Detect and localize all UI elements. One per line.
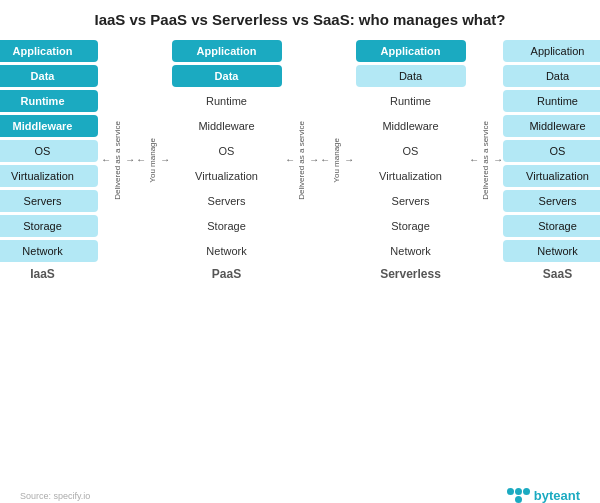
serverless-virtualization: Virtualization <box>356 165 466 187</box>
paas-servers: Servers <box>172 190 282 212</box>
dot-2 <box>515 488 522 495</box>
paas-stack: Application Data Runtime Middleware OS V… <box>172 40 282 262</box>
dot-4 <box>507 496 514 503</box>
serverless-servers: Servers <box>356 190 466 212</box>
paas-left-arrow-down: ↓ <box>159 158 170 163</box>
iaas-right-arrow-up: ↑ <box>100 158 111 163</box>
serverless-delivered: Delivered as a service <box>481 121 490 200</box>
serverless-data: Data <box>356 65 466 87</box>
saas-os: OS <box>503 140 601 162</box>
saas-storage: Storage <box>503 215 601 237</box>
iaas-right-arrow-down: ↓ <box>124 158 135 163</box>
serverless-storage: Storage <box>356 215 466 237</box>
paas-label: PaaS <box>212 267 241 281</box>
serverless-os: OS <box>356 140 466 162</box>
paas-column: Application Data Runtime Middleware OS V… <box>172 40 282 281</box>
dot-6 <box>523 496 530 503</box>
iaas-column: Application Data Runtime Middleware OS V… <box>0 40 98 281</box>
paas-right-arrow-down: ↓ <box>308 158 319 163</box>
page-title: IaaS vs PaaS vs Serverless vs SaaS: who … <box>94 10 505 30</box>
saas-servers: Servers <box>503 190 601 212</box>
iaas-data: Data <box>0 65 98 87</box>
serverless-right-arrow-up: ↑ <box>468 158 479 163</box>
paas-right-label: ↑ Delivered as a service ↓ <box>284 121 319 200</box>
saas-network: Network <box>503 240 601 262</box>
saas-virtualization: Virtualization <box>503 165 601 187</box>
byteant-dots <box>507 488 530 503</box>
iaas-middleware: Middleware <box>0 115 98 137</box>
serverless-application: Application <box>356 40 466 62</box>
serverless-network: Network <box>356 240 466 262</box>
byteant-logo: byteant <box>507 488 580 503</box>
paas-right-arrow-up: ↑ <box>284 158 295 163</box>
paas-runtime: Runtime <box>172 90 282 112</box>
paas-column-wrapper: ↑ You manage ↓ Application Data Runtime … <box>135 40 319 281</box>
serverless-left-arrow-up: ↑ <box>319 158 330 163</box>
saas-column: Application Data Runtime Middleware OS V… <box>503 40 601 281</box>
paas-network: Network <box>172 240 282 262</box>
iaas-network: Network <box>0 240 98 262</box>
iaas-virtualization: Virtualization <box>0 165 98 187</box>
paas-left-arrow-up: ↑ <box>135 158 146 163</box>
serverless-left-label: ↑ You manage ↓ <box>319 138 354 183</box>
footer: Source: specify.io byteant <box>10 484 590 503</box>
source-text: Source: specify.io <box>20 491 90 501</box>
paas-storage: Storage <box>172 215 282 237</box>
saas-stack: Application Data Runtime Middleware OS V… <box>503 40 601 262</box>
serverless-stack: Application Data Runtime Middleware OS V… <box>356 40 466 262</box>
iaas-stack: Application Data Runtime Middleware OS V… <box>0 40 98 262</box>
serverless-right-arrow-down: ↓ <box>492 158 503 163</box>
iaas-os: OS <box>0 140 98 162</box>
dot-5 <box>515 496 522 503</box>
paas-data: Data <box>172 65 282 87</box>
serverless-column: Application Data Runtime Middleware OS V… <box>356 40 466 281</box>
paas-middleware: Middleware <box>172 115 282 137</box>
dot-3 <box>523 488 530 495</box>
serverless-column-wrapper: ↑ You manage ↓ Application Data Runtime … <box>319 40 503 281</box>
paas-you-manage: You manage <box>148 138 157 183</box>
saas-label: SaaS <box>543 267 572 281</box>
paas-left-label: ↑ You manage ↓ <box>135 138 170 183</box>
serverless-left-arrow-down: ↓ <box>343 158 354 163</box>
saas-application: Application <box>503 40 601 62</box>
paas-delivered: Delivered as a service <box>297 121 306 200</box>
saas-column-wrapper: Application Data Runtime Middleware OS V… <box>503 40 601 281</box>
iaas-label: IaaS <box>30 267 55 281</box>
iaas-runtime: Runtime <box>0 90 98 112</box>
iaas-delivered: Delivered as a service <box>113 121 122 200</box>
iaas-storage: Storage <box>0 215 98 237</box>
byteant-text: byteant <box>534 488 580 503</box>
serverless-runtime: Runtime <box>356 90 466 112</box>
iaas-column-wrapper: ↑ You manage ↓ Application Data Runtime … <box>0 40 135 281</box>
main-container: IaaS vs PaaS vs Serverless vs SaaS: who … <box>0 0 600 503</box>
columns-area: ↑ You manage ↓ Application Data Runtime … <box>10 40 590 281</box>
serverless-label: Serverless <box>380 267 441 281</box>
saas-runtime: Runtime <box>503 90 601 112</box>
paas-application: Application <box>172 40 282 62</box>
saas-data: Data <box>503 65 601 87</box>
iaas-right-label: ↑ Delivered as a service ↓ <box>100 121 135 200</box>
iaas-servers: Servers <box>0 190 98 212</box>
serverless-middleware: Middleware <box>356 115 466 137</box>
saas-middleware: Middleware <box>503 115 601 137</box>
dot-1 <box>507 488 514 495</box>
serverless-you-manage: You manage <box>332 138 341 183</box>
paas-os: OS <box>172 140 282 162</box>
iaas-application: Application <box>0 40 98 62</box>
paas-virtualization: Virtualization <box>172 165 282 187</box>
serverless-right-label: ↑ Delivered as a service ↓ <box>468 121 503 200</box>
